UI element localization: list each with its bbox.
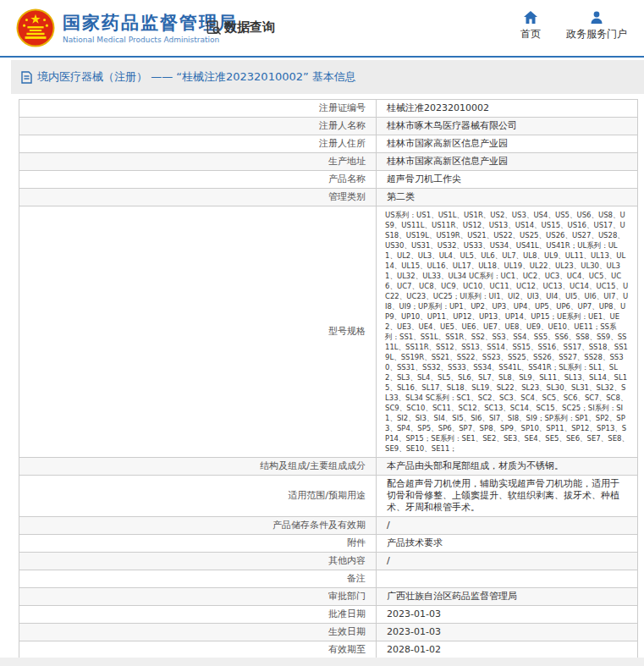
row-label-text: 适用范围/预期用途 [288,490,366,501]
row-label: 适用范围/预期用途 [19,476,377,517]
row-label-text: 有效期至 [328,644,366,655]
row-value-text: 本产品由头部和尾部组成，材质为不锈钢。 [387,460,564,471]
row-label-text: 管理类别 [328,191,366,202]
row-label-text: 产品储存条件及有效期 [272,520,366,531]
row-value-text: / [387,520,390,531]
row-label-text: 生产地址 [328,156,366,167]
row-value: 2023-01-03 [377,624,638,641]
row-label-text: 结构及组成/主要组成成分 [260,460,366,471]
row-label: 注册人名称 [19,118,377,135]
row-value-text: 桂林市国家高新区信息产业园 [387,138,508,149]
site-logo[interactable]: 国家药品监督管理局 National Medical Products Admi… [16,8,238,48]
row-value-text: / [387,555,390,566]
data-query-label: 数据查询 [224,19,275,36]
row-value: 桂械注准20232010002 [377,100,638,118]
document-icon [21,71,32,84]
footer-strip [0,658,644,666]
table-row: 结构及组成/主要组成成分本产品由头部和尾部组成，材质为不锈钢。 [19,458,638,476]
breadcrumb: 境内医疗器械（注册） —— “桂械注准20232010002” 基本信息 [11,60,644,94]
row-label: 管理类别 [19,189,377,206]
table-row: 生效日期2023-01-03 [19,624,638,641]
row-value-text: 配合超声骨刀机使用，辅助实现超声骨刀机功能，适用于切骨和骨修整、上颌窦提升、软组… [387,478,619,513]
nav-portal-label: 政务服务门户 [566,27,627,41]
row-value: 第二类 [377,189,638,206]
row-label-text: 其他内容 [328,555,366,566]
table-row: 管理类别第二类 [19,189,638,206]
table-row: 生产地址桂林市国家高新区信息产业园 [19,153,638,171]
row-label: 有效期至 [19,641,377,659]
row-label-text: 批准日期 [328,608,366,619]
row-label: 备注 [19,570,377,588]
data-query-button[interactable]: 数据查询 [206,19,275,36]
row-value: 2028-01-02 [377,641,638,659]
row-value [377,570,638,588]
row-value: / [377,517,638,535]
table-row: 有效期至2028-01-02 [19,641,638,659]
table-row: 注册人住所桂林市国家高新区信息产业园 [19,135,638,153]
row-label: 注册人住所 [19,135,377,153]
row-label-text: 注册人名称 [319,120,366,131]
row-label: 注册证编号 [19,100,377,118]
row-label: 型号规格 [19,206,377,458]
table-row: 审批部门广西壮族自治区药品监督管理局 [19,588,638,606]
row-label-text: 型号规格 [328,326,366,337]
table-row: 产品储存条件及有效期/ [19,517,638,535]
row-value-text: US系列：US1、US1L、US1R、US2、US3、US4、US5、US6、U… [385,211,629,453]
table-row: 附件产品技术要求 [19,535,638,553]
row-value: 超声骨刀机工作尖 [377,171,638,189]
table-row: 型号规格US系列：US1、US1L、US1R、US2、US3、US4、US5、U… [19,206,638,458]
header-nav: 首页 政务服务门户 [520,11,627,41]
row-label-text: 注册证编号 [319,102,366,113]
row-label: 审批部门 [19,588,377,606]
row-label-text: 生效日期 [328,626,366,637]
row-value-text: 产品技术要求 [387,537,443,548]
row-value-text: 2023-01-03 [387,608,441,619]
row-value-text: 2028-01-02 [387,644,441,655]
table-row: 产品名称超声骨刀机工作尖 [19,171,638,189]
table-row: 其他内容/ [19,553,638,570]
site-header: 国家药品监督管理局 National Medical Products Admi… [0,0,644,58]
row-label-text: 附件 [347,537,366,548]
row-label-text: 审批部门 [328,591,366,602]
table-row: 适用范围/预期用途配合超声骨刀机使用，辅助实现超声骨刀机功能，适用于切骨和骨修整… [19,476,638,517]
row-label-text: 备注 [347,573,366,584]
row-value-text: 超声骨刀机工作尖 [387,173,461,184]
row-value: / [377,553,638,570]
nav-home-label: 首页 [520,27,541,41]
row-value: 桂林市国家高新区信息产业园 [377,153,638,171]
home-icon [524,11,537,24]
row-value-text: 广西壮族自治区药品监督管理局 [387,591,517,602]
row-label: 附件 [19,535,377,553]
row-value: 桂林市啄木鸟医疗器械有限公司 [377,118,638,135]
row-value-text: 第二类 [387,191,415,202]
data-query-icon [206,19,222,36]
row-label-text: 注册人住所 [319,138,366,149]
device-info-table: 注册证编号桂械注准20232010002注册人名称桂林市啄木鸟医疗器械有限公司注… [19,99,638,666]
row-label: 结构及组成/主要组成成分 [19,458,377,476]
table-row: 注册人名称桂林市啄木鸟医疗器械有限公司 [19,118,638,135]
row-value: 配合超声骨刀机使用，辅助实现超声骨刀机功能，适用于切骨和骨修整、上颌窦提升、软组… [377,476,638,517]
user-icon [590,11,603,24]
org-name-en: National Medical Products Administration [63,36,238,44]
row-label: 产品储存条件及有效期 [19,517,377,535]
table-row: 备注 [19,570,638,588]
row-value: 产品技术要求 [377,535,638,553]
row-value-text: 桂林市啄木鸟医疗器械有限公司 [387,120,517,131]
row-value: 2023-01-03 [377,606,638,624]
breadcrumb-text: 境内医疗器械（注册） —— “桂械注准20232010002” 基本信息 [37,69,356,85]
row-value: 桂林市国家高新区信息产业园 [377,135,638,153]
row-label-text: 产品名称 [328,173,366,184]
row-value: 广西壮族自治区药品监督管理局 [377,588,638,606]
table-row: 注册证编号桂械注准20232010002 [19,100,638,118]
row-value: 本产品由头部和尾部组成，材质为不锈钢。 [377,458,638,476]
row-value-text: 桂械注准20232010002 [387,102,489,113]
nav-portal[interactable]: 政务服务门户 [566,11,627,41]
row-value-text: 桂林市国家高新区信息产业园 [387,156,508,167]
row-label: 生效日期 [19,624,377,641]
national-emblem-icon [16,8,55,48]
row-label: 生产地址 [19,153,377,171]
row-value-text: 2023-01-03 [387,626,441,637]
row-value: US系列：US1、US1L、US1R、US2、US3、US4、US5、US6、U… [377,206,638,458]
nav-home[interactable]: 首页 [520,11,541,41]
row-label: 批准日期 [19,606,377,624]
